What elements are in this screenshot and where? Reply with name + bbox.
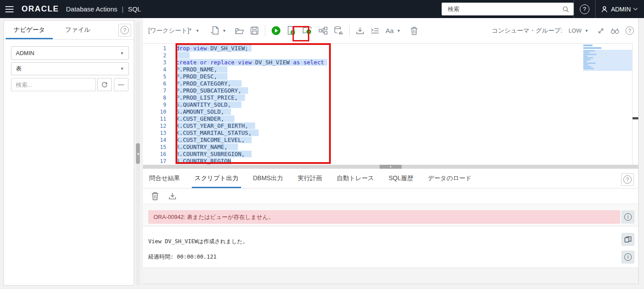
- worksheet-selector[interactable]: [ワークシート]* ▼: [148, 27, 199, 35]
- info-icon: i: [624, 253, 632, 261]
- message-info-button[interactable]: i: [622, 251, 634, 263]
- oracle-logo: ORACLE: [22, 4, 59, 14]
- code-line[interactable]: 16R.COUNTRY_SUBREGION,: [143, 151, 632, 158]
- trash-icon: [151, 192, 159, 200]
- output-tab[interactable]: 実行計画: [296, 169, 323, 188]
- code-line[interactable]: 13X.CUST_MARITAL_STATUS,: [143, 130, 632, 137]
- sql-editor[interactable]: 1drop·view·DV_SH_VIEW; 2 3create·or·repl…: [143, 43, 632, 165]
- code-line[interactable]: 2: [143, 52, 632, 59]
- find-button[interactable]: [611, 27, 619, 34]
- output-tab[interactable]: SQL履歴: [388, 169, 414, 188]
- search-icon: [562, 6, 569, 13]
- error-message-banner: ORA-00942: 表またはビューが存在しません。: [148, 210, 620, 224]
- consumer-group-select[interactable]: LOW ▼: [568, 27, 589, 34]
- user-icon: [601, 6, 608, 13]
- code-line[interactable]: 11X.CUST_GENDER,: [143, 115, 632, 122]
- navigator-sidebar: ナビゲータ ファイル ? ADMIN ▼ 表 ▼ •••: [4, 20, 134, 285]
- global-search: [442, 3, 574, 15]
- toolbar-divider: [265, 25, 265, 37]
- info-icon: i: [624, 213, 632, 221]
- caret-down-icon: ▼: [585, 29, 589, 33]
- code-line[interactable]: 3create·or·replace·view·DV_SH_VIEW·as·se…: [143, 59, 632, 66]
- sidebar-help-button[interactable]: ?: [118, 24, 131, 37]
- format-button[interactable]: [370, 27, 379, 34]
- autotrace-button[interactable]: [318, 26, 328, 35]
- code-line[interactable]: 6P.PROD_CATEGORY,: [143, 80, 632, 87]
- run-script-button[interactable]: [287, 26, 296, 36]
- output-tab[interactable]: スクリプト出力: [194, 169, 239, 188]
- line-number: 17: [143, 158, 166, 165]
- consumer-group-label: コンシューマ・グループ:: [492, 27, 563, 35]
- clear-output-button[interactable]: [151, 192, 159, 200]
- code-line[interactable]: 12X.CUST_YEAR_OF_BIRTH,: [143, 122, 632, 130]
- minimap-selection: [583, 50, 632, 71]
- copy-output-button[interactable]: [622, 233, 634, 246]
- collapse-left-icon: ◀: [137, 152, 139, 155]
- editor-scrollbar-track: [632, 43, 633, 165]
- code-line[interactable]: 14X.CUST_INCOME_LEVEL,: [143, 137, 632, 144]
- app-title: Database Actions: [66, 5, 117, 13]
- error-info-button[interactable]: i: [622, 211, 634, 223]
- tab-navigator[interactable]: ナビゲータ: [11, 21, 48, 39]
- line-number: 2: [143, 52, 166, 59]
- script-output-messages: [143, 226, 638, 268]
- sidebar-splitter[interactable]: ◀: [136, 22, 140, 285]
- line-number: 11: [143, 115, 166, 122]
- code-line[interactable]: 17R.COUNTRY_REGION: [143, 158, 632, 165]
- help-icon: ?: [626, 26, 634, 35]
- code-line[interactable]: 1drop·view·DV_SH_VIEW;: [143, 45, 632, 52]
- expand-editor-button[interactable]: [597, 27, 604, 34]
- output-help-button[interactable]: ?: [621, 173, 634, 186]
- clear-worksheet-button[interactable]: [410, 26, 418, 35]
- output-tab[interactable]: 問合せ結果: [148, 169, 181, 188]
- download-output-button[interactable]: [168, 192, 176, 200]
- line-number: 14: [143, 137, 166, 144]
- explain-plan-button[interactable]: [302, 26, 312, 35]
- code-line[interactable]: 8P.PROD_LIST_PRICE,: [143, 94, 632, 101]
- run-icon: [271, 26, 281, 35]
- code-line[interactable]: 15R.COUNTRY_NAME,: [143, 144, 632, 151]
- user-menu[interactable]: ADMIN: [596, 0, 638, 18]
- line-number: 7: [143, 87, 166, 94]
- more-options-button[interactable]: •••: [114, 78, 128, 91]
- line-number: 9: [143, 101, 166, 108]
- tab-files[interactable]: ファイル: [62, 21, 93, 39]
- code-line[interactable]: 5P.PROD_DESC,: [143, 73, 632, 80]
- refresh-button[interactable]: [97, 78, 112, 91]
- new-file-icon: *: [211, 26, 220, 36]
- output-tab[interactable]: データのロード: [427, 169, 472, 188]
- caret-down-icon: ▼: [120, 51, 124, 56]
- save-icon: [250, 26, 259, 35]
- sidebar-collapse-handle[interactable]: ◀: [136, 143, 140, 164]
- hamburger-menu-icon[interactable]: [5, 6, 14, 12]
- object-type-select[interactable]: 表 ▼: [11, 62, 129, 75]
- navigator-search-input[interactable]: [11, 78, 96, 91]
- panel-splitter[interactable]: ▼: [143, 165, 639, 169]
- output-tab[interactable]: 自動トレース: [336, 169, 375, 188]
- run-statement-button[interactable]: [271, 26, 281, 35]
- line-number: 15: [143, 144, 166, 151]
- line-number: 3: [143, 59, 166, 66]
- global-search-input[interactable]: [442, 3, 574, 15]
- text-case-button[interactable]: Aa ▼: [385, 27, 400, 34]
- code-line[interactable]: 7P.PROD_SUBCATEGORY,: [143, 87, 632, 94]
- output-tab[interactable]: DBMS出力: [252, 169, 284, 188]
- download-button[interactable]: [356, 26, 364, 35]
- editor-scrollbar-thumb[interactable]: [633, 117, 638, 119]
- panel-collapse-handle[interactable]: ▼: [380, 165, 402, 169]
- line-number: 1: [143, 45, 166, 52]
- editor-minimap[interactable]: [583, 44, 632, 71]
- code-line[interactable]: 9S.QUANTITY_SOLD,: [143, 101, 632, 108]
- expand-icon: [597, 27, 604, 34]
- header-help-button[interactable]: ?: [574, 0, 595, 18]
- refresh-icon: [101, 81, 108, 89]
- new-worksheet-button[interactable]: * ▼: [211, 26, 226, 36]
- schema-select[interactable]: ADMIN ▼: [11, 46, 129, 60]
- folder-icon: [235, 27, 244, 35]
- code-line[interactable]: 4P.PROD_NAME,: [143, 66, 632, 73]
- query-stats-button[interactable]: [334, 26, 343, 35]
- save-button[interactable]: [250, 26, 259, 35]
- code-line[interactable]: 10S.AMOUNT_SOLD,: [143, 108, 632, 115]
- worksheet-help-button[interactable]: ?: [626, 26, 634, 35]
- open-file-button[interactable]: [235, 27, 244, 35]
